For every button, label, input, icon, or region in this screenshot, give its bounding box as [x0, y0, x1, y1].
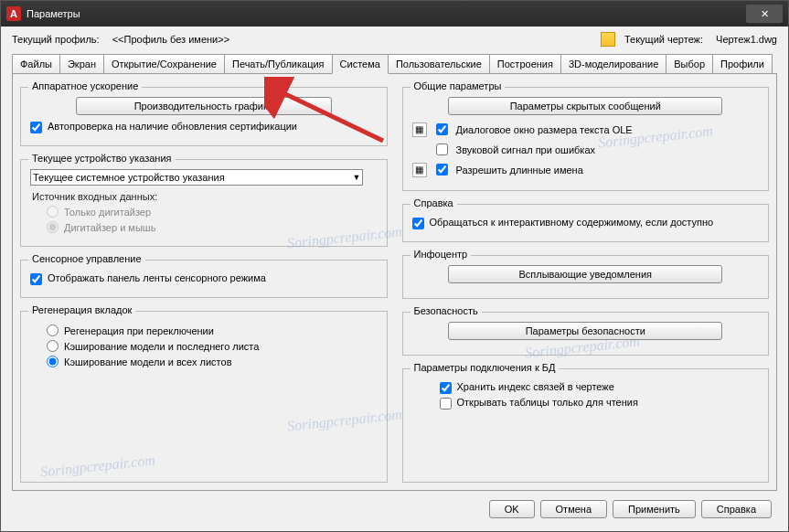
ok-button[interactable]: OK — [489, 500, 535, 518]
chevron-down-icon: ▼ — [352, 173, 360, 182]
tab-files[interactable]: Файлы — [12, 54, 60, 73]
radio-cache-last[interactable] — [47, 340, 59, 352]
group-db: Параметры подключения к БД Хранить индек… — [402, 368, 770, 483]
online-help-checkbox[interactable] — [412, 218, 424, 229]
tab-screen[interactable]: Экран — [59, 54, 104, 73]
tab-select[interactable]: Выбор — [666, 54, 713, 73]
popup-notifications-button[interactable]: Всплывающие уведомления — [448, 265, 722, 283]
window-title: Параметры — [27, 8, 746, 19]
radio-regen-switch[interactable] — [47, 325, 59, 336]
close-button[interactable]: ✕ — [746, 5, 783, 23]
group-regen-title: Регенерация вкладок — [28, 304, 135, 315]
long-names-checkbox[interactable] — [436, 164, 448, 176]
db-index-checkbox[interactable] — [440, 382, 452, 394]
db-readonly-label: Открывать таблицы только для чтения — [457, 397, 760, 408]
drawing-small-icon: ▦ — [412, 122, 427, 137]
close-icon: ✕ — [761, 8, 769, 20]
info-row: Текущий профиль: <<Профиль без имени>> Т… — [1, 27, 788, 52]
group-security: Безопасность Параметры безопасности — [402, 312, 770, 356]
auto-cert-check-label: Автопроверка на наличие обновления серти… — [48, 121, 378, 132]
profile-value: <<Профиль без имени>> — [112, 34, 229, 45]
ole-text-size-label: Диалоговое окно размера текста OLE — [456, 124, 633, 135]
tab-profiles[interactable]: Профили — [712, 54, 773, 73]
radio-digitizer-label: Только дигитайзер — [64, 207, 151, 218]
group-hardware-title: Аппаратное ускорение — [28, 80, 142, 91]
group-hardware: Аппаратное ускорение Производительность … — [20, 87, 388, 146]
titlebar: A Параметры ✕ — [1, 1, 788, 27]
beep-error-checkbox[interactable] — [436, 144, 448, 155]
pointing-device-value: Текущее системное устройство указания — [33, 172, 225, 183]
group-pointing-device: Текущее устройство указания Текущее сист… — [20, 159, 388, 247]
radio-regen-switch-label: Регенерация при переключении — [64, 325, 214, 336]
group-general: Общие параметры Параметры скрытых сообще… — [402, 87, 770, 191]
dialog-footer: OK Отмена Применить Справка — [1, 491, 788, 531]
left-column: Аппаратное ускорение Производительность … — [20, 81, 388, 483]
group-regen: Регенерация вкладок Регенерация при пере… — [20, 311, 388, 483]
beep-error-label: Звуковой сигнал при ошибках — [456, 144, 596, 155]
radio-cache-last-label: Кэширование модели и последнего листа — [64, 341, 259, 352]
graphics-performance-button[interactable]: Производительность графики — [76, 97, 332, 115]
pointing-device-select[interactable]: Текущее системное устройство указания ▼ — [30, 169, 363, 186]
db-index-label: Хранить индекс связей в чертеже — [457, 381, 760, 392]
drawing-label: Текущий чертеж: — [624, 34, 703, 45]
drawing-icon — [601, 32, 615, 47]
cancel-button[interactable]: Отмена — [540, 500, 607, 518]
auto-cert-check-checkbox[interactable] — [30, 122, 42, 133]
touch-ribbon-label: Отображать панель ленты сенсорного режим… — [48, 272, 378, 283]
tab-modeling[interactable]: 3D-моделирование — [560, 54, 666, 73]
ole-text-size-checkbox[interactable] — [436, 123, 448, 135]
group-infocenter: Инфоцентр Всплывающие уведомления — [402, 255, 770, 299]
tab-user[interactable]: Пользовательские — [388, 54, 490, 73]
hidden-messages-button[interactable]: Параметры скрытых сообщений — [448, 97, 722, 115]
group-help: Справка Обращаться к интерактивному соде… — [402, 204, 770, 242]
tab-drafting[interactable]: Построения — [489, 54, 561, 73]
right-column: Общие параметры Параметры скрытых сообще… — [402, 81, 770, 483]
group-touch: Сенсорное управление Отображать панель л… — [20, 260, 388, 298]
radio-digitizer-only — [47, 206, 59, 218]
drawing-small-icon-2: ▦ — [412, 163, 427, 177]
radio-digitizer-mouse — [47, 221, 59, 233]
group-touch-title: Сенсорное управление — [28, 253, 145, 264]
online-help-label: Обращаться к интерактивному содержимому,… — [430, 217, 760, 228]
help-button[interactable]: Справка — [701, 500, 772, 518]
touch-ribbon-checkbox[interactable] — [30, 273, 42, 285]
options-dialog: A Параметры ✕ Текущий профиль: <<Профиль… — [0, 0, 789, 532]
tab-bar: Файлы Экран Открытие/Сохранение Печать/П… — [1, 54, 788, 73]
radio-cache-all[interactable] — [47, 356, 59, 367]
apply-button[interactable]: Применить — [613, 500, 696, 518]
long-names-label: Разрешить длинные имена — [456, 165, 583, 176]
group-pointing-title: Текущее устройство указания — [28, 153, 176, 164]
tab-opensave[interactable]: Открытие/Сохранение — [103, 54, 225, 73]
radio-cache-all-label: Кэширование модели и всех листов — [64, 356, 231, 367]
tab-print[interactable]: Печать/Публикация — [224, 54, 333, 73]
content-area: Аппаратное ускорение Производительность … — [12, 73, 777, 491]
input-source-label: Источник входных данных: — [32, 191, 378, 202]
group-general-title: Общие параметры — [410, 80, 506, 91]
profile-label: Текущий профиль: — [12, 34, 100, 45]
db-readonly-checkbox[interactable] — [440, 398, 452, 410]
group-security-title: Безопасность — [410, 305, 482, 316]
app-icon: A — [6, 6, 21, 21]
radio-both-label: Дигитайзер и мышь — [64, 222, 155, 233]
group-infocenter-title: Инфоцентр — [410, 249, 472, 260]
tab-system[interactable]: Система — [332, 54, 389, 74]
security-settings-button[interactable]: Параметры безопасности — [448, 322, 722, 340]
group-db-title: Параметры подключения к БД — [410, 362, 560, 373]
group-help-title: Справка — [410, 197, 457, 208]
drawing-value: Чертеж1.dwg — [716, 34, 777, 45]
